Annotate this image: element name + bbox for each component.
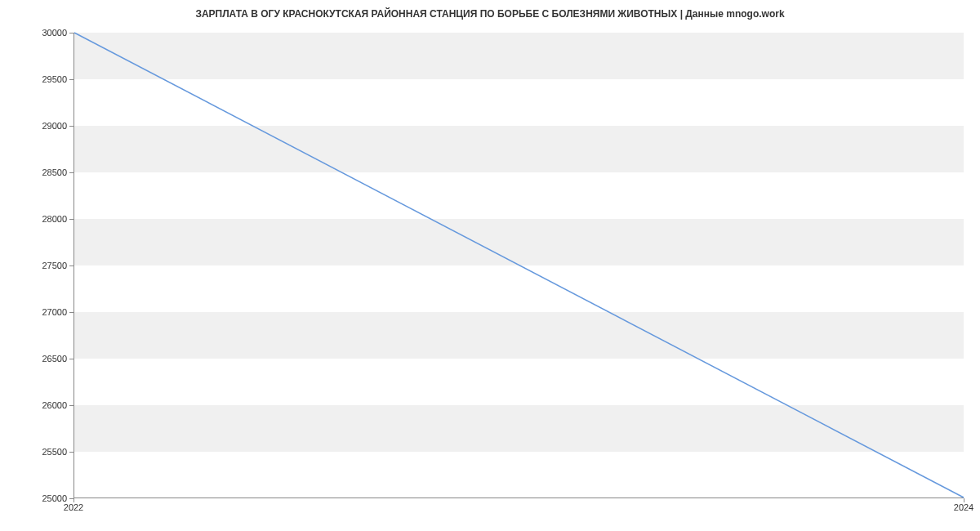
x-tick-mark [964, 498, 964, 502]
y-tick-label: 30000 [26, 28, 67, 38]
chart-title: ЗАРПЛАТА В ОГУ КРАСНОКУТСКАЯ РАЙОННАЯ СТ… [0, 0, 980, 28]
y-tick-label: 25500 [26, 447, 67, 457]
y-tick-label: 25000 [26, 493, 67, 503]
y-tick-mark [69, 33, 74, 33]
plot-area [74, 33, 964, 498]
y-tick-mark [69, 172, 74, 173]
y-tick-label: 26000 [26, 400, 67, 410]
y-tick-mark [69, 219, 74, 220]
y-tick-label: 27000 [26, 307, 67, 317]
x-tick-label: 2022 [64, 502, 83, 512]
y-tick-mark [69, 312, 74, 313]
y-tick-label: 29500 [26, 74, 67, 84]
x-tick-label: 2024 [954, 502, 973, 512]
y-tick-mark [69, 359, 74, 359]
y-tick-mark [69, 266, 74, 266]
y-tick-label: 26500 [26, 354, 67, 364]
y-tick-mark [69, 126, 74, 127]
y-tick-label: 27500 [26, 261, 67, 270]
y-tick-mark [69, 405, 74, 406]
y-tick-label: 29000 [26, 121, 67, 131]
x-tick-mark [74, 498, 74, 502]
line-series [74, 33, 964, 498]
y-tick-mark [69, 79, 74, 80]
y-tick-label: 28500 [26, 167, 67, 177]
y-tick-label: 28000 [26, 214, 67, 224]
y-tick-mark [69, 452, 74, 453]
chart-area: 2500025500260002650027000275002800028500… [74, 33, 964, 498]
